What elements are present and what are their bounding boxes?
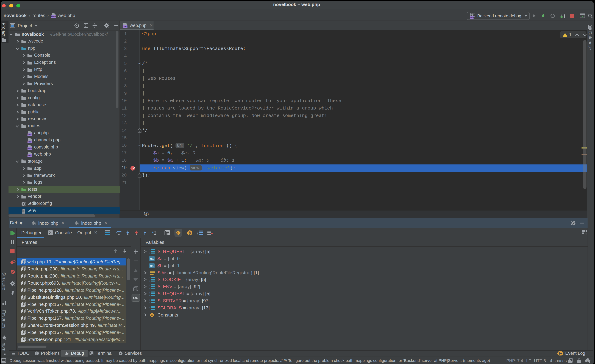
svg-text:3: 3 <box>197 234 198 235</box>
svg-text:3: 3 <box>149 280 150 282</box>
svg-text:01: 01 <box>150 257 154 260</box>
svg-text:C: C <box>177 231 179 234</box>
svg-text:PHP: PHP <box>51 15 56 18</box>
svg-text:3: 3 <box>149 294 150 296</box>
svg-text:3: 3 <box>149 308 150 310</box>
svg-text:c: c <box>151 313 153 316</box>
svg-text:@: @ <box>189 231 191 235</box>
svg-text:PHP: PHP <box>28 133 32 136</box>
svg-text:3: 3 <box>149 252 150 254</box>
svg-text:PHP: PHP <box>28 147 32 150</box>
svg-text:3: 3 <box>149 301 150 303</box>
svg-text:1: 1 <box>197 230 198 232</box>
svg-text:PHP: PHP <box>469 16 474 19</box>
svg-text:3: 3 <box>149 287 150 289</box>
svg-text:01: 01 <box>150 264 154 268</box>
svg-text:PHP: PHP <box>28 154 32 157</box>
svg-text:PHP: PHP <box>123 25 128 28</box>
svg-text:?: ? <box>587 359 588 362</box>
svg-text:9+: 9+ <box>559 352 562 355</box>
svg-text:PHP: PHP <box>28 140 32 143</box>
